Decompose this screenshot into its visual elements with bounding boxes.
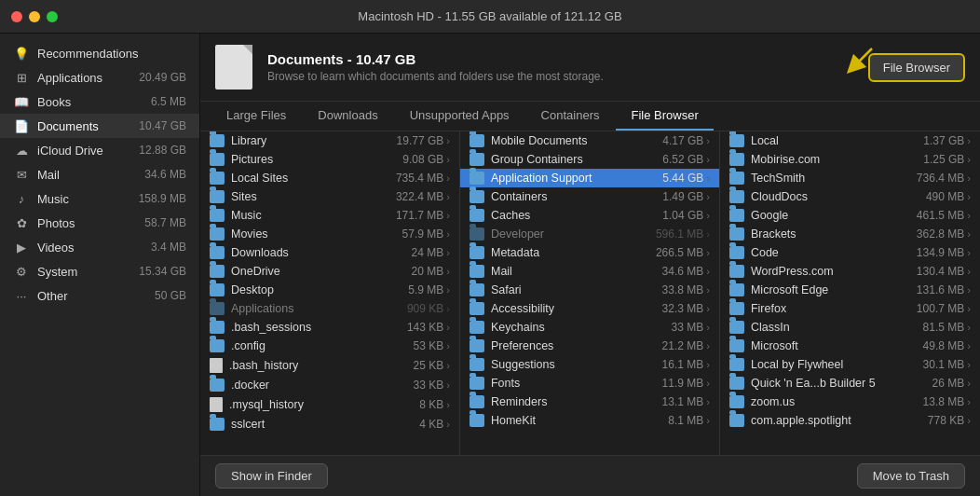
tab-unsupported-apps[interactable]: Unsupported Apps (395, 102, 524, 131)
sidebar-item-mail[interactable]: ✉ Mail 34.6 MB (0, 162, 199, 186)
file-row[interactable]: .bash_history25 KB› (200, 355, 459, 376)
file-row[interactable]: Local Sites735.4 MB› (200, 169, 459, 187)
file-row[interactable]: Application Support5.44 GB› (460, 169, 719, 187)
close-button[interactable] (11, 11, 22, 22)
music-icon: ♪ (13, 190, 30, 207)
sidebar-item-recommendations[interactable]: 💡 Recommendations (0, 41, 199, 65)
file-name: Preferences (491, 339, 657, 352)
file-name: Google (751, 209, 911, 222)
file-row[interactable]: .config53 KB› (200, 337, 459, 355)
file-row[interactable]: Local1.37 GB› (720, 131, 980, 150)
sidebar-item-system[interactable]: ⚙ System 15.34 GB (0, 259, 199, 283)
chevron-icon: › (706, 154, 710, 165)
folder-icon (729, 395, 744, 408)
file-row[interactable]: .mysql_history8 KB› (200, 394, 459, 415)
tab-downloads[interactable]: Downloads (303, 102, 392, 131)
file-row[interactable]: com.apple.spotlight778 KB› (720, 411, 980, 430)
file-row[interactable]: Movies57.9 MB› (200, 225, 459, 243)
file-row[interactable]: Group Containers6.52 GB› (460, 150, 719, 169)
file-row[interactable]: Pictures9.08 GB› (200, 150, 459, 169)
file-row[interactable]: Preferences21.2 MB› (460, 337, 719, 355)
show-in-finder-button[interactable]: Show in Finder (215, 463, 328, 489)
sidebar-item-documents[interactable]: 📄 Documents 10.47 GB (0, 114, 199, 138)
file-row[interactable]: Microsoft49.8 MB› (720, 337, 980, 355)
file-row[interactable]: Mail34.6 MB› (460, 262, 719, 281)
file-size: 909 KB (407, 302, 443, 315)
file-row[interactable]: sslcert4 KB› (200, 415, 459, 434)
file-size: 34.6 MB (662, 265, 704, 278)
file-row[interactable]: Reminders13.1 MB› (460, 393, 719, 411)
sidebar-item-photos[interactable]: ✿ Photos 58.7 MB (0, 211, 199, 235)
file-row[interactable]: Sites322.4 MB› (200, 187, 459, 206)
chevron-icon: › (706, 378, 710, 389)
sidebar-item-music[interactable]: ♪ Music 158.9 MB (0, 186, 199, 211)
file-name: CloudDocs (751, 190, 920, 203)
file-row[interactable]: Downloads24 MB› (200, 243, 459, 262)
file-row[interactable]: TechSmith736.4 MB› (720, 169, 980, 187)
main-layout: 💡 Recommendations ⊞ Applications 20.49 G… (0, 34, 980, 496)
sidebar-item-videos[interactable]: ▶ Videos 3.4 MB (0, 235, 199, 259)
chevron-icon: › (706, 191, 710, 202)
sidebar-item-books[interactable]: 📖 Books 6.5 MB (0, 90, 199, 114)
file-size: 143 KB (407, 321, 443, 334)
folder-icon (729, 265, 744, 278)
sidebar-size-icloud-drive: 12.88 GB (139, 144, 186, 157)
file-row[interactable]: Mobile Documents4.17 GB› (460, 131, 719, 150)
chevron-icon: › (446, 340, 450, 351)
file-row[interactable]: Safari33.8 MB› (460, 281, 719, 299)
traffic-lights[interactable] (11, 11, 58, 22)
file-row[interactable]: OneDrive20 MB› (200, 262, 459, 281)
file-row[interactable]: Google461.5 MB› (720, 206, 980, 225)
file-row[interactable]: Containers1.49 GB› (460, 187, 719, 206)
file-size: 49.8 MB (923, 339, 965, 352)
sidebar-item-icloud-drive[interactable]: ☁ iCloud Drive 12.88 GB (0, 138, 199, 162)
file-row[interactable]: Library19.77 GB› (200, 131, 459, 150)
chevron-icon: › (446, 266, 450, 277)
tab-containers[interactable]: Containers (526, 102, 615, 131)
file-size: 1.49 GB (662, 190, 703, 203)
file-name: Metadata (491, 246, 650, 259)
title-bar: Macintosh HD - 11.55 GB available of 121… (0, 0, 980, 34)
file-row[interactable]: .bash_sessions143 KB› (200, 318, 459, 337)
folder-icon (210, 172, 225, 185)
sidebar-item-applications[interactable]: ⊞ Applications 20.49 GB (0, 65, 199, 90)
file-row[interactable]: CloudDocs490 MB› (720, 187, 980, 206)
maximize-button[interactable] (47, 11, 58, 22)
sidebar-item-other[interactable]: ··· Other 50 GB (0, 283, 199, 308)
file-row[interactable]: Mobirise.com1.25 GB› (720, 150, 980, 169)
file-row[interactable]: Quick 'n Ea...b Builder 526 MB› (720, 374, 980, 393)
file-row[interactable]: Caches1.04 GB› (460, 206, 719, 225)
file-row[interactable]: Fonts11.9 MB› (460, 374, 719, 393)
file-row[interactable]: Microsoft Edge131.6 MB› (720, 281, 980, 299)
file-row[interactable]: ClassIn81.5 MB› (720, 318, 980, 337)
chevron-icon: › (967, 247, 971, 258)
file-row[interactable]: Brackets362.8 MB› (720, 225, 980, 243)
file-row[interactable]: Firefox100.7 MB› (720, 299, 980, 318)
file-row[interactable]: Applications909 KB› (200, 299, 459, 318)
folder-icon (210, 379, 225, 392)
file-row[interactable]: Keychains33 MB› (460, 318, 719, 337)
file-browser-button[interactable]: File Browser (868, 53, 965, 82)
sidebar-size-music: 158.9 MB (139, 192, 186, 205)
file-row[interactable]: Local by Flywheel30.1 MB› (720, 355, 980, 374)
file-row[interactable]: Accessibility32.3 MB› (460, 299, 719, 318)
file-name: TechSmith (751, 172, 911, 185)
minimize-button[interactable] (29, 11, 40, 22)
file-row[interactable]: Developer596.1 MB› (460, 225, 719, 243)
file-row[interactable]: HomeKit8.1 MB› (460, 411, 719, 430)
file-size: 362.8 MB (917, 227, 964, 241)
chevron-icon: › (967, 172, 971, 184)
file-row[interactable]: Desktop5.9 MB› (200, 281, 459, 299)
file-size: 5.44 GB (662, 172, 703, 185)
tab-file-browser[interactable]: File Browser (616, 102, 713, 131)
file-row[interactable]: Code134.9 MB› (720, 243, 980, 262)
file-row[interactable]: zoom.us13.8 MB› (720, 393, 980, 411)
sidebar-label-icloud-drive: iCloud Drive (37, 144, 139, 158)
file-row[interactable]: Suggestions16.1 MB› (460, 355, 719, 374)
file-row[interactable]: WordPress.com130.4 MB› (720, 262, 980, 281)
file-row[interactable]: Music171.7 MB› (200, 206, 459, 225)
file-row[interactable]: Metadata266.5 MB› (460, 243, 719, 262)
file-row[interactable]: .docker33 KB› (200, 376, 459, 394)
tab-large-files[interactable]: Large Files (211, 102, 301, 131)
move-to-trash-button[interactable]: Move to Trash (857, 463, 965, 489)
